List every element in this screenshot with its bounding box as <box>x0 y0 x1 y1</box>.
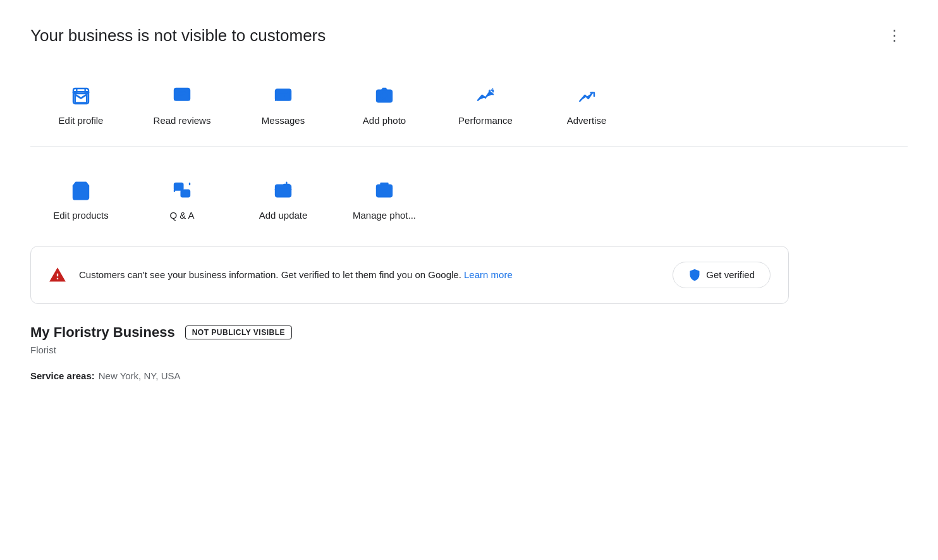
action-read-reviews[interactable]: Read reviews <box>131 70 233 138</box>
business-name-row: My Floristry Business NOT PUBLICLY VISIB… <box>30 324 908 341</box>
action-manage-photos[interactable]: Manage phot... <box>334 164 435 233</box>
shopping-bag-icon <box>70 180 92 202</box>
add-photo-icon <box>373 85 396 107</box>
qa-icon <box>171 180 193 202</box>
action-advertise[interactable]: Advertise <box>536 70 637 138</box>
action-performance[interactable]: Performance <box>435 70 536 138</box>
actions-row-2: Edit products Q & A Add update <box>30 164 908 233</box>
manage-photos-label: Manage phot... <box>353 210 416 221</box>
edit-products-label: Edit products <box>53 210 109 221</box>
more-options-icon[interactable]: ⋮ <box>882 25 908 46</box>
action-add-photo[interactable]: Add photo <box>334 70 435 138</box>
business-name: My Floristry Business <box>30 324 175 341</box>
service-areas-value: New York, NY, USA <box>99 370 181 381</box>
actions-row-1: Edit profile Read reviews Messages <box>30 70 908 138</box>
business-category: Florist <box>30 344 908 355</box>
advertise-label: Advertise <box>567 115 607 126</box>
manage-photos-icon <box>373 180 396 202</box>
svg-rect-11 <box>276 185 291 197</box>
shield-check-icon <box>688 269 701 281</box>
action-qa[interactable]: Q & A <box>131 164 233 233</box>
service-areas-label: Service areas: <box>30 370 95 381</box>
add-photo-label: Add photo <box>363 115 406 126</box>
alert-text: Customers can't see your business inform… <box>79 267 513 283</box>
svg-point-16 <box>382 188 387 193</box>
page-header: Your business is not visible to customer… <box>30 25 908 47</box>
svg-rect-10 <box>181 190 190 197</box>
read-reviews-label: Read reviews <box>154 115 211 126</box>
action-messages[interactable]: Messages <box>233 70 334 138</box>
add-update-label: Add update <box>259 210 308 221</box>
star-message-icon <box>171 85 193 107</box>
alert-left: Customers can't see your business inform… <box>49 266 513 284</box>
learn-more-link[interactable]: Learn more <box>464 269 513 280</box>
svg-rect-17 <box>380 182 388 185</box>
svg-rect-9 <box>174 183 183 190</box>
alert-box: Customers can't see your business inform… <box>30 246 789 304</box>
advertise-icon <box>575 85 598 107</box>
svg-rect-2 <box>174 88 190 100</box>
get-verified-label: Get verified <box>706 269 755 280</box>
action-edit-products[interactable]: Edit products <box>30 164 131 233</box>
store-icon <box>70 85 92 107</box>
performance-icon <box>474 85 497 107</box>
row-divider <box>30 146 908 147</box>
warning-icon <box>49 266 66 284</box>
page-title: Your business is not visible to customer… <box>30 25 326 47</box>
performance-label: Performance <box>458 115 513 126</box>
visibility-badge: NOT PUBLICLY VISIBLE <box>185 326 292 339</box>
messages-label: Messages <box>262 115 305 126</box>
service-areas-row: Service areas: New York, NY, USA <box>30 370 908 381</box>
edit-profile-label: Edit profile <box>59 115 104 126</box>
add-update-icon <box>272 180 295 202</box>
action-add-update[interactable]: Add update <box>233 164 334 233</box>
svg-point-6 <box>381 93 387 99</box>
action-edit-profile[interactable]: Edit profile <box>30 70 131 138</box>
get-verified-button[interactable]: Get verified <box>673 262 770 288</box>
qa-label: Q & A <box>169 210 194 221</box>
message-icon <box>272 85 295 107</box>
